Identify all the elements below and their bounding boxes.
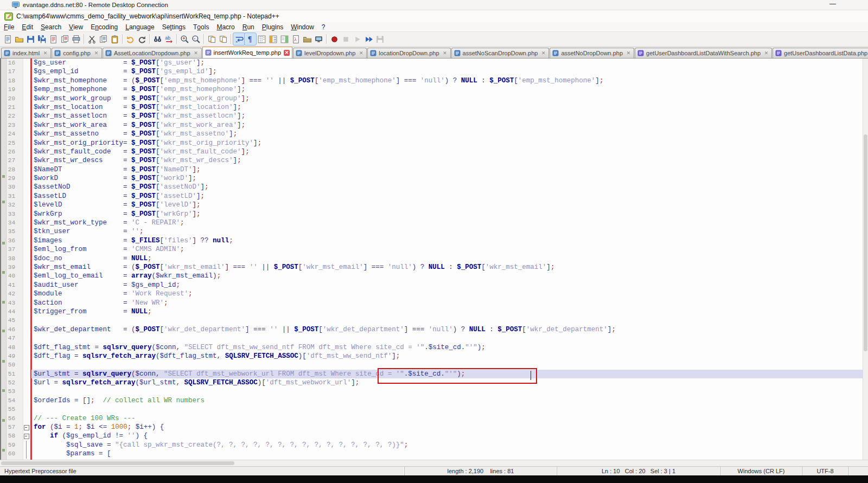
code-line-text[interactable]: $eml_log_from = 'CMMS ADMIN';	[31, 245, 868, 254]
line-number[interactable]: 17	[1, 67, 23, 76]
zoom-in-icon[interactable]: +	[179, 33, 190, 45]
tab-close-icon[interactable]: ✕	[540, 50, 546, 56]
line-number[interactable]: 26	[1, 147, 23, 156]
paste-icon[interactable]	[109, 33, 120, 45]
code-line-text[interactable]: $workD = $_POST['workD'];	[31, 174, 868, 183]
code-line-text[interactable]: $dft_flag_stmt = sqlsrv_query($conn, "SE…	[31, 343, 868, 352]
code-line-text[interactable]: $action = 'New WR';	[31, 299, 868, 307]
copy-icon[interactable]	[98, 33, 109, 45]
code-line-text[interactable]: $levelD = $_POST['levelD'];	[31, 201, 868, 209]
code-line-text[interactable]: $assetLD = $_POST['assetLD'];	[31, 192, 868, 201]
line-number[interactable]: 52	[1, 378, 23, 387]
tab-config.php[interactable]: config.php✕	[52, 48, 102, 58]
menu-settings[interactable]: Settings	[158, 22, 189, 31]
horizontal-scrollbar[interactable]	[0, 460, 868, 466]
line-number[interactable]: 25	[1, 139, 23, 147]
macro-save-icon[interactable]	[374, 33, 386, 45]
tab-assetNoDropDown.php[interactable]: assetNoDropDown.php✕	[550, 48, 634, 58]
tab-close-icon[interactable]: ✕	[442, 50, 448, 56]
menu-run[interactable]: Run	[239, 22, 258, 31]
tab-index.html[interactable]: index.html✕	[1, 48, 51, 58]
vertical-scrollbar-thumb[interactable]	[864, 134, 867, 351]
menu-encoding[interactable]: Encoding	[87, 22, 122, 31]
code-line-text[interactable]: $gs_empl_id = $_POST['gs_empl_id'];	[31, 67, 868, 76]
line-number[interactable]: 49	[1, 352, 23, 360]
code-line-text[interactable]: $tkn_user = '';	[31, 227, 868, 236]
macro-record-icon[interactable]	[329, 33, 340, 45]
line-number[interactable]: 28	[1, 165, 23, 174]
code-line-text[interactable]: $assetNoD = $_POST['assetNoD'];	[31, 183, 868, 191]
macro-run-multiple-icon[interactable]	[363, 33, 374, 45]
code-editor[interactable]: 16$gs_user = $_POST['gs_user'];17$gs_emp…	[0, 59, 868, 460]
tab-close-icon[interactable]: ✕	[626, 50, 631, 56]
menu-tools[interactable]: Tools	[189, 22, 213, 31]
find-icon[interactable]	[152, 33, 163, 45]
macro-play-icon[interactable]	[352, 33, 363, 45]
word-wrap-icon[interactable]	[233, 33, 245, 45]
line-number[interactable]: 36	[1, 236, 23, 245]
open-file-icon[interactable]	[14, 33, 25, 45]
code-line-text[interactable]: if ($gs_empl_id != '') {	[31, 432, 868, 440]
tab-close-icon[interactable]: ✕	[284, 50, 290, 56]
menu-file[interactable]: File	[0, 22, 18, 31]
document-list-icon[interactable]: λ	[290, 33, 302, 45]
code-line-text[interactable]: $audit_user = $gs_empl_id;	[31, 281, 868, 289]
code-line-text[interactable]: $sql_save = "{call sp_wkr_mst_create(?, …	[31, 441, 868, 449]
function-list-icon[interactable]	[267, 33, 279, 45]
line-number[interactable]: 48	[1, 343, 23, 352]
menu-macro[interactable]: Macro	[213, 22, 238, 31]
new-file-icon[interactable]	[2, 33, 14, 45]
save-file-icon[interactable]	[25, 33, 36, 45]
monitoring-icon[interactable]	[313, 33, 324, 45]
menu-window[interactable]: Window	[287, 22, 318, 31]
show-indent-guide-icon[interactable]	[256, 33, 267, 45]
menu-plugins[interactable]: Plugins	[258, 22, 287, 31]
line-number[interactable]: 44	[1, 307, 23, 316]
line-number[interactable]: 37	[1, 245, 23, 254]
code-line-text[interactable]: $wkr_mst_wr_descs = $_POST['wkr_mst_wr_d…	[31, 156, 868, 165]
tab-assetNoScanDropDown.php[interactable]: assetNoScanDropDown.php✕	[451, 48, 550, 58]
close-file-icon[interactable]	[48, 33, 59, 45]
status-eol-format[interactable]: Windows (CR LF)	[720, 467, 802, 475]
print-icon[interactable]	[71, 33, 82, 45]
line-number[interactable]: 19	[1, 85, 23, 94]
line-number[interactable]: 47	[1, 334, 23, 343]
code-line-text[interactable]: $trigger_from = NULL;	[31, 307, 868, 316]
code-line-text[interactable]: $wkr_mst_work_area = $_POST['wkr_mst_wor…	[31, 121, 868, 130]
line-number[interactable]: 42	[1, 289, 23, 298]
code-line-text[interactable]: $module = 'Work Request';	[31, 289, 868, 298]
line-number[interactable]: 32	[1, 201, 23, 209]
tab-close-icon[interactable]: ✕	[358, 50, 364, 56]
line-number[interactable]: 24	[1, 130, 23, 138]
code-line-text[interactable]: $eml_log_to_email = array($wkr_mst_email…	[31, 272, 868, 280]
close-all-icon[interactable]	[59, 33, 71, 45]
tab-close-icon[interactable]: ✕	[763, 50, 769, 56]
line-number[interactable]: 50	[1, 360, 23, 369]
code-line-text[interactable]: $NameDT = $_POST['NameDT'];	[31, 165, 868, 174]
line-number[interactable]: 33	[1, 210, 23, 218]
code-line-text[interactable]: $params = [	[31, 449, 868, 458]
tab-getUserDashboardListDataWithSearch.php[interactable]: getUserDashboardListDataWithSearch.php✕	[635, 48, 772, 58]
line-number[interactable]: 34	[1, 218, 23, 227]
cut-icon[interactable]	[86, 33, 98, 45]
code-line-text[interactable]: $wkr_mst_work_group = $_POST['wkr_mst_wo…	[31, 94, 868, 103]
tab-close-icon[interactable]: ✕	[42, 50, 48, 56]
code-line-text[interactable]: $wkr_mst_assetlocn = $_POST['wkr_mst_ass…	[31, 112, 868, 120]
line-number[interactable]: 40	[1, 272, 23, 280]
line-number[interactable]: 55	[1, 405, 23, 414]
line-number[interactable]: 21	[1, 103, 23, 112]
tab-close-icon[interactable]: ✕	[93, 50, 99, 56]
line-number[interactable]: 16	[1, 59, 23, 67]
code-line-text[interactable]: $wkr_mst_fault_code = $_POST['wkr_mst_fa…	[31, 147, 868, 156]
status-encoding[interactable]: UTF-8	[802, 467, 848, 475]
code-line-text[interactable]: $orderIds = []; // collect all WR number…	[31, 396, 868, 405]
line-number[interactable]: 57	[1, 423, 23, 432]
code-line-text[interactable]: $wkr_mst_email = ($_POST['wkr_mst_email'…	[31, 263, 868, 272]
code-line-text[interactable]	[31, 316, 868, 325]
code-line-text[interactable]: for ($i = 1; $i <= 1000; $i++) {	[31, 423, 868, 432]
line-number[interactable]: 41	[1, 281, 23, 289]
code-line-text[interactable]: $wkr_det_department = ($_POST['wkr_det_d…	[31, 325, 868, 334]
line-number[interactable]: 31	[1, 192, 23, 201]
menu-view[interactable]: View	[65, 22, 87, 31]
line-number[interactable]: 53	[1, 387, 23, 396]
